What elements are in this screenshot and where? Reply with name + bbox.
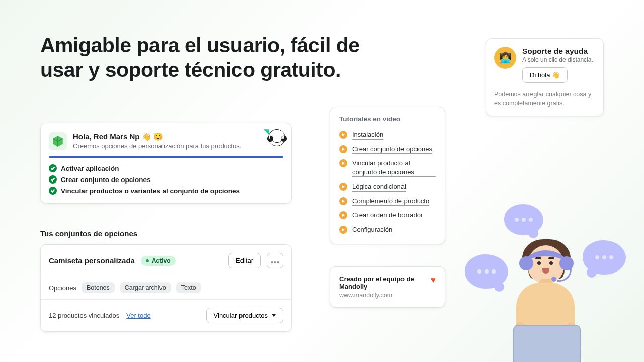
support-illustration: [503, 236, 594, 362]
onboarding-step-label: Activar aplicación: [61, 165, 119, 172]
support-footer: Podemos arreglar cualquier cosa y es com…: [494, 90, 595, 108]
page-title: Amigable para el usuario, fácil de usar …: [40, 33, 362, 82]
check-icon: [49, 175, 57, 184]
option-chip: Cargar archivo: [120, 282, 171, 293]
link-products-button-label: Vincular productos: [214, 312, 268, 319]
support-agent-icon: 👩‍💻: [494, 47, 516, 69]
play-icon: [339, 145, 347, 153]
tutorial-item[interactable]: Instalación: [339, 128, 436, 142]
tutorial-item[interactable]: Vincular producto al conjunto de opcione…: [339, 156, 436, 179]
view-all-link[interactable]: Ver todo: [126, 312, 150, 319]
onboarding-card: Hola, Red Mars Np 👋 😊 Creemos opciones d…: [40, 123, 292, 204]
tutorials-card: Tutoriales en video Instalación Crear co…: [330, 107, 445, 244]
heart-icon: ♥: [431, 275, 436, 285]
check-icon: [49, 164, 57, 172]
onboarding-step[interactable]: Vincular productos o variantes al conjun…: [49, 185, 283, 196]
option-chip: Botones: [82, 282, 115, 293]
onboarding-step-label: Crear conjunto de opciones: [61, 176, 151, 184]
check-icon: [49, 187, 57, 195]
options-label: Opciones: [49, 284, 76, 292]
play-icon: [339, 197, 347, 205]
tutorials-heading: Tutoriales en video: [339, 115, 436, 123]
say-hi-button[interactable]: Di hola 👋: [522, 67, 568, 83]
support-subtitle: A solo un clic de distancia.: [522, 56, 595, 63]
chevron-down-icon: [272, 314, 276, 317]
more-actions-button[interactable]: [267, 253, 283, 268]
link-products-button[interactable]: Vincular productos: [206, 308, 283, 323]
play-icon: [339, 211, 347, 219]
tutorial-item[interactable]: Lógica condicional: [339, 179, 436, 194]
play-icon: [339, 226, 347, 234]
tutorial-item[interactable]: Configuración: [339, 223, 436, 237]
greeting-subtitle: Creemos opciones de personalización para…: [73, 142, 283, 150]
tutorial-link: Crear orden de borrador: [352, 211, 423, 220]
speech-bubble-icon: [465, 254, 508, 289]
linked-products-summary: 12 productos vinculados: [49, 312, 119, 319]
tutorial-link: Configuración: [352, 225, 392, 235]
tutorial-link: Complemento de producto: [352, 197, 429, 206]
speech-bubble-icon: [504, 204, 543, 235]
play-icon: [339, 131, 347, 139]
play-icon: [339, 159, 347, 167]
play-icon: [339, 183, 347, 191]
status-badge: Activo: [141, 256, 176, 266]
credits-link[interactable]: www.mandolly.com: [339, 292, 392, 299]
tutorial-item[interactable]: Complemento de producto: [339, 194, 436, 209]
support-card: 👩‍💻 Soporte de ayuda A solo un clic de d…: [486, 38, 604, 116]
onboarding-step[interactable]: Activar aplicación: [49, 163, 283, 174]
onboarding-step[interactable]: Crear conjunto de opciones: [49, 174, 283, 185]
support-title: Soporte de ayuda: [522, 47, 595, 56]
option-set-card: Camiseta personalizada Activo Editar Opc…: [40, 244, 292, 332]
credits-title: Creado por el equipo de Mandolly: [339, 275, 426, 290]
greeting-text: Hola, Red Mars Np 👋 😊: [73, 132, 283, 141]
tutorial-link: Vincular producto al conjunto de opcione…: [352, 159, 436, 177]
app-icon: [49, 132, 67, 150]
tutorial-item[interactable]: Crear conjunto de opciones: [339, 142, 436, 157]
tutorial-link: Crear conjunto de opciones: [352, 145, 432, 154]
ellipsis-icon: [271, 261, 279, 263]
tutorial-link: Lógica condicional: [352, 182, 406, 192]
credits-card: Creado por el equipo de Mandolly www.man…: [330, 266, 445, 308]
assistant-avatar-icon: ◕‿◕: [268, 129, 285, 146]
tutorial-link: Instalación: [352, 130, 383, 140]
option-sets-heading: Tus conjuntos de opciones: [40, 229, 137, 238]
option-set-name: Camiseta personalizada: [49, 256, 135, 265]
tutorial-item[interactable]: Crear orden de borrador: [339, 208, 436, 223]
onboarding-progress-bar: [49, 156, 283, 158]
option-chip: Texto: [176, 282, 201, 293]
onboarding-step-label: Vincular productos o variantes al conjun…: [61, 187, 240, 195]
edit-button[interactable]: Editar: [228, 253, 261, 268]
